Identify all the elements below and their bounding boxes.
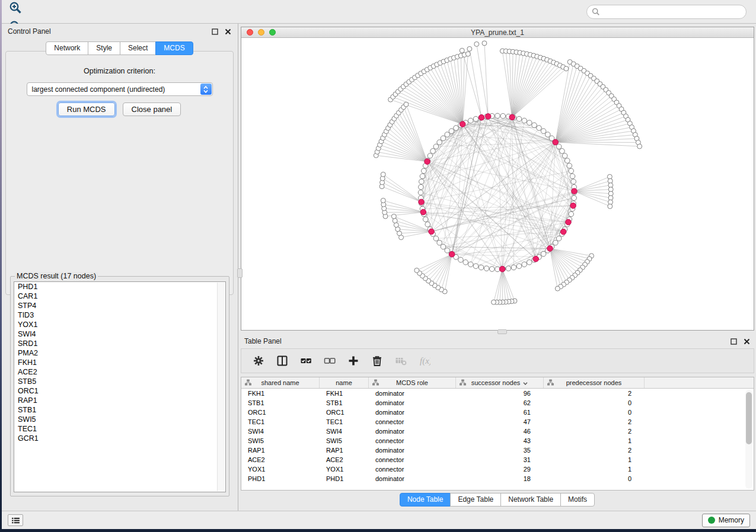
mcds-result-item[interactable]: ACE2	[14, 367, 225, 377]
cell-MCDS-role[interactable]: connector	[369, 436, 456, 446]
cell-successor-nodes[interactable]: 62	[456, 398, 544, 408]
cell-name[interactable]: SWI4	[320, 427, 369, 436]
cell-predecessor-nodes[interactable]: 2	[544, 417, 645, 427]
mcds-result-item[interactable]: PHD1	[14, 282, 225, 291]
cell-name[interactable]: PHD1	[320, 474, 369, 483]
tab-style[interactable]: Style	[88, 41, 120, 55]
tab-node-table[interactable]: Node Table	[400, 493, 451, 507]
settings-button[interactable]	[250, 352, 267, 370]
cell-predecessor-nodes[interactable]: 1	[544, 464, 645, 474]
close-panel-button[interactable]	[224, 27, 232, 36]
cell-shared-name[interactable]: SWI5	[241, 436, 320, 446]
horizontal-splitter-grip[interactable]	[497, 329, 507, 334]
cell-MCDS-role[interactable]: connector	[369, 464, 456, 474]
table-row[interactable]: STB1STB1dominator620	[241, 398, 754, 408]
mcds-result-item[interactable]: SRD1	[14, 339, 225, 348]
mcds-result-item[interactable]: YOX1	[14, 320, 225, 329]
cell-shared-name[interactable]: PHD1	[241, 474, 320, 483]
cell-predecessor-nodes[interactable]: 1	[544, 436, 645, 446]
network-window-titlebar[interactable]: YPA_prune.txt_1	[241, 27, 754, 38]
tab-network-table[interactable]: Network Table	[500, 493, 561, 507]
run-mcds-button[interactable]: Run MCDS	[58, 102, 115, 116]
cell-MCDS-role[interactable]: dominator	[369, 474, 456, 483]
search-box[interactable]	[586, 5, 747, 19]
cell-predecessor-nodes[interactable]: 0	[544, 474, 645, 483]
close-panel-mcds-button[interactable]: Close panel	[123, 102, 181, 116]
cell-name[interactable]: STB1	[320, 398, 369, 408]
mcds-result-item[interactable]: ORC1	[14, 386, 225, 396]
zoom-in-button[interactable]	[5, 0, 25, 17]
deselect-all-button[interactable]	[321, 352, 339, 370]
cell-shared-name[interactable]: ORC1	[241, 408, 320, 417]
table-float-button[interactable]	[729, 337, 738, 345]
cell-successor-nodes[interactable]: 18	[456, 474, 544, 483]
cell-predecessor-nodes[interactable]: 2	[544, 389, 645, 398]
mcds-result-item[interactable]: TEC1	[14, 424, 225, 434]
cell-MCDS-role[interactable]: dominator	[369, 446, 456, 455]
cell-name[interactable]: ORC1	[320, 408, 369, 417]
mcds-list-scrollbar[interactable]	[217, 283, 225, 491]
columns-button[interactable]	[273, 352, 291, 370]
cell-name[interactable]: ACE2	[320, 455, 369, 464]
float-panel-button[interactable]	[210, 27, 219, 36]
table-row[interactable]: ORC1ORC1dominator610	[241, 408, 754, 417]
tab-motifs[interactable]: Motifs	[560, 493, 595, 507]
cell-MCDS-role[interactable]: dominator	[369, 398, 456, 408]
cell-shared-name[interactable]: FKH1	[241, 389, 320, 398]
cell-name[interactable]: TEC1	[320, 417, 369, 427]
cell-predecessor-nodes[interactable]: 2	[544, 446, 645, 455]
cell-successor-nodes[interactable]: 46	[456, 427, 544, 436]
table-scrollbar[interactable]	[745, 390, 752, 489]
criterion-dropdown[interactable]: largest connected component (undirected)	[27, 82, 213, 96]
network-graph[interactable]	[241, 38, 754, 330]
mcds-result-item[interactable]: STP4	[14, 301, 225, 310]
cell-successor-nodes[interactable]: 61	[456, 408, 544, 417]
cell-successor-nodes[interactable]: 96	[456, 389, 544, 398]
cell-shared-name[interactable]: ACE2	[241, 455, 320, 464]
mcds-result-item[interactable]: PMA2	[14, 348, 225, 358]
mcds-result-item[interactable]: FKH1	[14, 358, 225, 367]
tab-mcds[interactable]: MCDS	[155, 41, 193, 55]
table-row[interactable]: ACE2ACE2connector311	[241, 455, 754, 464]
memory-button[interactable]: Memory	[702, 514, 750, 527]
table-row[interactable]: TEC1TEC1connector472	[241, 417, 754, 427]
table-row[interactable]: PHD1PHD1dominator180	[241, 474, 754, 483]
cell-predecessor-nodes[interactable]: 0	[544, 408, 645, 417]
cell-shared-name[interactable]: SWI4	[241, 427, 320, 436]
cell-MCDS-role[interactable]: dominator	[369, 408, 456, 417]
column-header-successor-nodes[interactable]: successor nodes	[456, 377, 544, 388]
mcds-result-item[interactable]: RAP1	[14, 396, 225, 405]
tab-edge-table[interactable]: Edge Table	[450, 493, 501, 507]
mcds-result-item[interactable]: GCR1	[14, 434, 225, 443]
column-header-predecessor-nodes[interactable]: predecessor nodes	[544, 377, 645, 388]
cell-predecessor-nodes[interactable]: 1	[544, 455, 645, 464]
network-canvas[interactable]	[241, 38, 754, 330]
cell-successor-nodes[interactable]: 43	[456, 436, 544, 446]
add-row-button[interactable]	[344, 352, 362, 370]
table-row[interactable]: RAP1RAP1dominator352	[241, 446, 754, 455]
column-header-MCDS-role[interactable]: MCDS role	[369, 377, 456, 388]
column-header-shared-name[interactable]: shared name	[241, 377, 320, 388]
cell-name[interactable]: FKH1	[320, 389, 369, 398]
task-history-button[interactable]	[8, 514, 23, 526]
cell-shared-name[interactable]: TEC1	[241, 417, 320, 427]
mcds-result-item[interactable]: TID3	[14, 310, 225, 320]
cell-name[interactable]: YOX1	[320, 464, 369, 474]
table-row[interactable]: SWI5SWI5connector431	[241, 436, 754, 446]
cell-predecessor-nodes[interactable]: 2	[544, 427, 645, 436]
table-row[interactable]: FKH1FKH1dominator962	[241, 389, 754, 398]
cell-successor-nodes[interactable]: 31	[456, 455, 544, 464]
table-close-button[interactable]	[742, 337, 751, 345]
vertical-splitter-grip[interactable]	[237, 268, 243, 278]
cell-MCDS-role[interactable]: dominator	[369, 389, 456, 398]
mcds-result-item[interactable]: STB5	[14, 377, 225, 386]
mcds-result-item[interactable]: SWI5	[14, 415, 225, 424]
table-row[interactable]: SWI4SWI4dominator462	[241, 427, 754, 436]
cell-MCDS-role[interactable]: connector	[369, 417, 456, 427]
mcds-result-item[interactable]: STB1	[14, 405, 225, 415]
cell-name[interactable]: SWI5	[320, 436, 369, 446]
mcds-result-list[interactable]: PHD1CAR1STP4TID3YOX1SWI4SRD1PMA2FKH1ACE2…	[14, 281, 226, 492]
tab-select[interactable]: Select	[120, 41, 156, 55]
cell-name[interactable]: RAP1	[320, 446, 369, 455]
table-scrollbar-thumb[interactable]	[746, 392, 752, 444]
